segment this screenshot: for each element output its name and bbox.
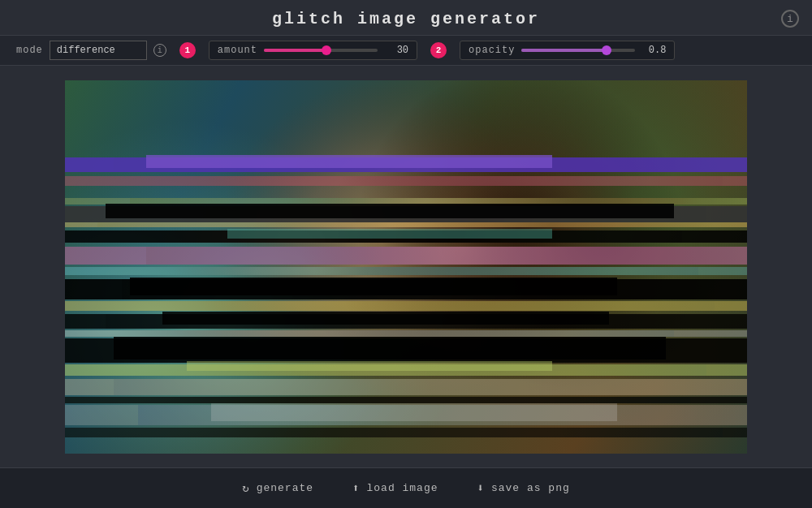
info-icon-symbol: i [787,13,793,25]
app-container: glitch image generator i mode difference… [0,0,812,508]
mode-info-icon[interactable]: i [153,44,166,57]
amount-thumb[interactable] [322,45,331,55]
info-icon[interactable]: i [781,10,799,28]
glitch-canvas-element [65,80,747,454]
badge-2: 2 [430,42,447,58]
load-image-icon: ⬆ [352,481,360,495]
header: glitch image generator i [0,0,812,35]
controls-bar: mode difference normal multiply screen o… [0,35,812,66]
app-title: glitch image generator [0,10,812,28]
generate-label: generate [257,482,313,494]
opacity-thumb[interactable] [602,45,611,55]
amount-value: 30 [384,45,408,56]
amount-track[interactable] [264,49,378,52]
amount-label: amount [218,45,257,56]
mode-info-symbol: i [158,46,162,55]
opacity-fill [521,49,607,52]
generate-icon: ↻ [242,481,249,495]
canvas-area [0,66,812,467]
mode-select[interactable]: difference normal multiply screen overla… [50,41,147,60]
opacity-value: 0.8 [641,45,666,56]
amount-fill [264,49,326,52]
badge-1: 1 [179,42,196,58]
amount-slider-wrapper: amount 30 [209,41,417,60]
save-as-png-label: save as png [491,482,570,494]
generate-button[interactable]: ↻ generate [242,481,313,495]
glitch-canvas [65,80,747,454]
mode-label: mode [16,45,43,56]
save-as-png-button[interactable]: ⬇ save as png [477,481,570,495]
footer: ↻ generate ⬆ load image ⬇ save as png [0,467,812,508]
opacity-label: opacity [469,45,515,56]
opacity-track[interactable] [521,49,635,52]
opacity-slider-wrapper: opacity 0.8 [460,41,675,60]
save-as-png-icon: ⬇ [477,481,485,495]
load-image-button[interactable]: ⬆ load image [352,481,438,495]
load-image-label: load image [367,482,438,494]
mode-group: mode difference normal multiply screen o… [16,41,166,60]
